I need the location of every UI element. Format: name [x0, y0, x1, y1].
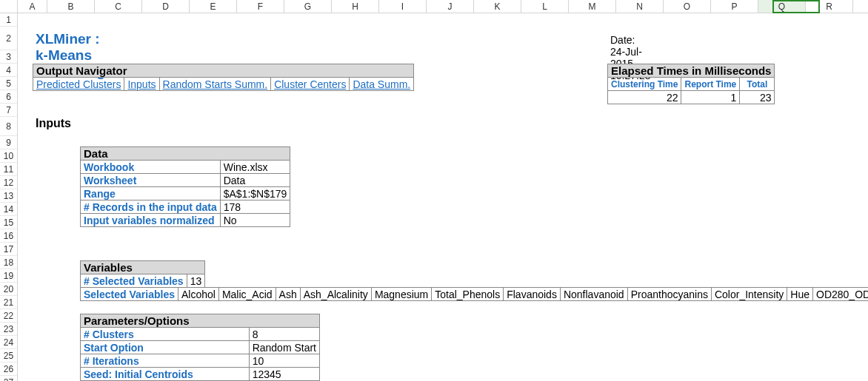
row-header[interactable]: 3: [0, 50, 18, 64]
col-header[interactable]: M: [569, 0, 616, 13]
row-header[interactable]: 23: [0, 323, 18, 336]
row-header[interactable]: 24: [0, 336, 18, 349]
row-header[interactable]: 1: [0, 13, 18, 27]
data-row-label: # Records in the input data: [81, 200, 221, 214]
col-header[interactable]: O: [664, 0, 711, 13]
elapsed-val-clustering: 22: [608, 91, 681, 104]
col-header[interactable]: I: [379, 0, 427, 13]
row-headers: 1 2 3 4 5 6 7 8 9 10 11 12 13 14 15 16 1…: [0, 13, 18, 381]
col-header[interactable]: F: [237, 0, 284, 13]
row-header[interactable]: 25: [0, 349, 18, 363]
data-row-val: 178: [220, 200, 290, 214]
row-header[interactable]: 13: [0, 189, 18, 203]
row-header[interactable]: 15: [0, 216, 18, 229]
data-row-label: Range: [81, 187, 221, 200]
col-header-selected[interactable]: Q: [758, 0, 806, 13]
elapsed-col-report: Report Time: [681, 78, 740, 91]
data-header: Data: [81, 147, 290, 161]
col-header[interactable]: N: [616, 0, 664, 13]
row-header[interactable]: 9: [0, 136, 18, 149]
param-row-label: Seed: Initial Centroids: [81, 368, 250, 381]
output-navigator-table: Output Navigator Predicted Clusters Inpu…: [33, 64, 414, 91]
row-header[interactable]: 26: [0, 363, 18, 376]
var-cell: Ash: [276, 288, 300, 301]
inputs-section-label: Inputs: [36, 117, 71, 130]
param-row-label: Start Option: [81, 341, 250, 354]
var-cell: OD280_OD: [813, 288, 868, 301]
row-header[interactable]: 2: [0, 27, 18, 50]
link-cluster-centers[interactable]: Cluster Centers: [274, 78, 346, 90]
var-cell: Hue: [787, 288, 813, 301]
selected-variables-label: Selected Variables: [81, 288, 178, 301]
row-header[interactable]: 14: [0, 203, 18, 216]
col-header[interactable]: E: [190, 0, 237, 13]
params-section-table: Parameters/Options # Clusters8 Start Opt…: [80, 314, 320, 381]
var-cell: Magnesium: [371, 288, 431, 301]
col-header[interactable]: L: [521, 0, 569, 13]
row-header[interactable]: 5: [0, 77, 18, 90]
data-row-val: $A$1:$N$179: [220, 187, 290, 200]
row-header[interactable]: 22: [0, 309, 18, 323]
row-header[interactable]: 17: [0, 243, 18, 256]
row-header[interactable]: 20: [0, 283, 18, 296]
num-selected-val: 13: [187, 274, 205, 288]
column-headers: A B C D E F G H I J K L M N O P Q R: [0, 0, 868, 13]
param-row-label: # Iterations: [81, 354, 250, 368]
variables-header: Variables: [81, 261, 205, 274]
col-header[interactable]: P: [711, 0, 758, 13]
data-row-label: Workbook: [81, 161, 221, 174]
var-cell: Total_Phenols: [432, 288, 504, 301]
col-header[interactable]: K: [474, 0, 521, 13]
var-cell: Proanthocyanins: [627, 288, 711, 301]
var-cell: Alcohol: [178, 288, 218, 301]
col-header[interactable]: C: [95, 0, 142, 13]
col-header[interactable]: A: [18, 0, 47, 13]
param-row-label: # Clusters: [81, 328, 250, 341]
num-selected-label: # Selected Variables: [81, 274, 187, 288]
link-random-starts[interactable]: Random Starts Summ.: [163, 78, 268, 90]
var-cell: Flavanoids: [504, 288, 561, 301]
row-header[interactable]: 19: [0, 269, 18, 283]
col-header[interactable]: R: [806, 0, 853, 13]
col-header[interactable]: J: [427, 0, 474, 13]
row-header[interactable]: 10: [0, 149, 18, 163]
row-header[interactable]: 8: [0, 117, 18, 136]
row-header[interactable]: 12: [0, 176, 18, 189]
param-row-val: 8: [249, 328, 319, 341]
variables-section-table: Variables # Selected Variables13: [80, 260, 205, 288]
col-header[interactable]: B: [47, 0, 95, 13]
row-header[interactable]: 27: [0, 376, 18, 381]
link-data-summ[interactable]: Data Summ.: [353, 78, 410, 90]
output-navigator-header: Output Navigator: [33, 64, 414, 78]
param-row-val: 12345: [249, 368, 319, 381]
var-cell: Ash_Alcalinity: [300, 288, 371, 301]
var-cell: Color_Intensity: [711, 288, 787, 301]
elapsed-times-table: Elapsed Times in Milliseconds Clustering…: [607, 64, 775, 104]
link-predicted-clusters[interactable]: Predicted Clusters: [36, 78, 121, 90]
row-header[interactable]: 18: [0, 256, 18, 269]
col-header[interactable]: G: [284, 0, 332, 13]
row-header[interactable]: 16: [0, 229, 18, 243]
row-header[interactable]: 11: [0, 163, 18, 176]
col-header[interactable]: D: [142, 0, 190, 13]
data-row-label: Worksheet: [81, 174, 221, 187]
col-header[interactable]: H: [332, 0, 379, 13]
elapsed-col-total: Total: [740, 78, 775, 91]
param-row-val: Random Start: [249, 341, 319, 354]
data-row-val: Data: [220, 174, 290, 187]
param-row-val: 10: [249, 354, 319, 368]
link-inputs[interactable]: Inputs: [127, 78, 156, 90]
elapsed-val-report: 1: [681, 91, 740, 104]
data-section-table: Data WorkbookWine.xlsx WorksheetData Ran…: [80, 146, 290, 227]
row-header[interactable]: 7: [0, 104, 18, 117]
row-header[interactable]: 6: [0, 90, 18, 104]
row-header[interactable]: 21: [0, 296, 18, 309]
data-row-val: Wine.xlsx: [220, 161, 290, 174]
params-header: Parameters/Options: [81, 314, 320, 328]
row-header[interactable]: 4: [0, 64, 18, 77]
data-row-label: Input variables normalized: [81, 214, 221, 227]
var-cell: Nonflavanoid: [560, 288, 627, 301]
data-row-val: No: [220, 214, 290, 227]
selected-variables-row: Selected Variables Alcohol Malic_Acid As…: [80, 287, 868, 301]
elapsed-col-clustering: Clustering Time: [608, 78, 681, 91]
